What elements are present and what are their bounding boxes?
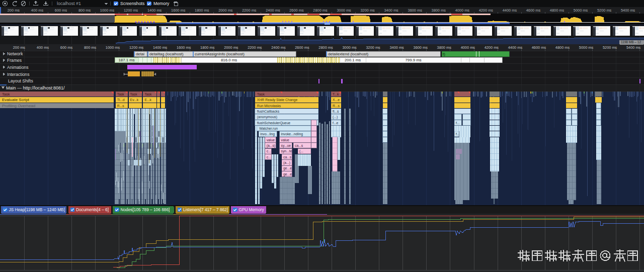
svg-text:2200 ms: 2200 ms [242, 8, 257, 13]
svg-text:Task: Task [257, 92, 265, 97]
svg-text:Run Microtasks: Run Microtasks [257, 104, 281, 108]
svg-text:2600 ms: 2600 ms [295, 45, 309, 50]
svg-text:Task: Task [2, 92, 10, 97]
svg-text:value: value [281, 138, 289, 142]
svg-text:2000 ms: 2000 ms [224, 45, 238, 50]
svg-text:flushSchedulerQueue: flushSchedulerQueue [257, 121, 290, 125]
svg-text:Memory: Memory [153, 1, 170, 6]
svg-text:Task: Task [144, 93, 152, 96]
svg-text:R...s: R...s [333, 104, 340, 108]
svg-text:4800 ms: 4800 ms [555, 45, 570, 50]
svg-text:1200 ms: 1200 ms [129, 45, 144, 50]
svg-text:400 ms: 400 ms [37, 45, 49, 50]
svg-text:Ev...k: Ev...k [130, 98, 139, 102]
svg-text:816.0 ms: 816.0 ms [221, 58, 237, 62]
svg-text:f...: f... [456, 121, 460, 125]
svg-text:ge...e: ge...e [283, 166, 292, 170]
svg-text:1800 ms: 1800 ms [195, 8, 209, 13]
svg-text:detailextend (localhost): detailextend (localhost) [328, 52, 369, 56]
svg-text:(a...): (a...) [283, 161, 290, 165]
svg-text:c...: c... [267, 155, 271, 159]
svg-text:3600 ms: 3600 ms [414, 45, 428, 50]
svg-text:5000 ms: 5000 ms [579, 45, 594, 50]
svg-text:3200 ms: 3200 ms [360, 8, 375, 13]
svg-text:flushCallbacks: flushCallbacks [257, 110, 280, 113]
svg-text:1800 ms: 1800 ms [200, 45, 215, 50]
svg-text:X...e: X...e [333, 98, 340, 102]
svg-text:3000 ms: 3000 ms [342, 45, 357, 50]
svg-text:1600 ms: 1600 ms [177, 45, 191, 50]
svg-text:Evaluate Script: Evaluate Script [2, 98, 30, 102]
svg-text:4800 ms: 4800 ms [550, 8, 565, 13]
svg-text:(anonymous): (anonymous) [257, 115, 277, 119]
svg-text:4200 ms: 4200 ms [479, 8, 494, 13]
svg-text:1400 ms: 1400 ms [153, 45, 168, 50]
svg-text:Animations: Animations [7, 65, 29, 70]
svg-text:t): t) [443, 52, 445, 56]
svg-text:value: value [267, 138, 275, 142]
svg-text:Watcher.run: Watcher.run [259, 127, 278, 130]
svg-text:Main — http://localhost:8081/: Main — http://localhost:8081/ [6, 85, 65, 90]
svg-text:detailtag (localhost): detailtag (localhost) [149, 52, 184, 56]
svg-text:3800 ms: 3800 ms [432, 8, 446, 13]
svg-text:5200 ms: 5200 ms [603, 45, 617, 50]
svg-text:800 ms: 800 ms [84, 45, 97, 50]
svg-text:currentAssignInfo (localhost): currentAssignInfo (localhost) [195, 52, 245, 56]
svg-text:Profiling Overhead: Profiling Overhead [2, 104, 35, 108]
svg-text:5400 ms: 5400 ms [626, 45, 641, 50]
svg-text:localhost #1: localhost #1 [57, 1, 81, 6]
svg-text:ge...e: ge...e [283, 172, 292, 176]
svg-text:4000 ms: 4000 ms [455, 8, 470, 13]
svg-text:JS Heap[1198 MB – 1240 MB]: JS Heap[1198 MB – 1240 MB] [9, 207, 65, 212]
svg-text:5000 ms: 5000 ms [574, 8, 588, 13]
svg-text:syn...te: syn...te [281, 149, 292, 153]
svg-text:Documents[4 – 6]: Documents[4 – 6] [76, 207, 109, 212]
svg-text:1200 ms: 1200 ms [124, 8, 138, 13]
svg-text:1198 MB – 12: 1198 MB – 12 [621, 40, 641, 44]
svg-text:Screenshots: Screenshots [120, 1, 145, 6]
svg-text:2800 ms: 2800 ms [313, 8, 328, 13]
svg-text:3000 ms: 3000 ms [337, 8, 351, 13]
svg-text:2600 ms: 2600 ms [289, 8, 304, 13]
svg-text:800 ms: 800 ms [78, 8, 91, 13]
svg-text:ca...s: ca...s [295, 144, 303, 147]
svg-text:200.1 ms: 200.1 ms [345, 58, 361, 62]
svg-text:1600 ms: 1600 ms [171, 8, 186, 13]
svg-text:invoke...ndling: invoke...ndling [281, 132, 303, 136]
svg-text:3200 ms: 3200 ms [366, 45, 380, 50]
svg-text:f...: f... [456, 132, 460, 136]
svg-text:4400 ms: 4400 ms [503, 8, 517, 13]
svg-text:4600 ms: 4600 ms [532, 45, 546, 50]
svg-text:Ti...d: Ti...d [117, 98, 125, 102]
svg-text:2400 ms: 2400 ms [266, 8, 280, 13]
svg-text:Task: Task [117, 93, 125, 96]
svg-text:400 ms: 400 ms [31, 8, 44, 13]
svg-text:Listeners[7 417 – 7 862]: Listeners[7 417 – 7 862] [183, 207, 228, 212]
svg-text:5400 ms: 5400 ms [621, 8, 635, 13]
svg-text:fl...s: fl...s [333, 110, 339, 113]
svg-text:3400 ms: 3400 ms [389, 45, 404, 50]
svg-text:799.9 ms: 799.9 ms [405, 58, 421, 62]
svg-text:4200 ms: 4200 ms [485, 45, 499, 50]
svg-text:2800 ms: 2800 ms [318, 45, 333, 50]
svg-text:2200 ms: 2200 ms [248, 45, 262, 50]
svg-text:4000 ms: 4000 ms [461, 45, 475, 50]
svg-text:600 ms: 600 ms [60, 45, 73, 50]
svg-text:c...: c... [267, 149, 271, 153]
svg-text:(...: (... [299, 149, 303, 153]
svg-text:200 ms: 200 ms [13, 45, 26, 50]
svg-text:XHR Ready State Change: XHR Ready State Change [257, 98, 298, 102]
svg-text:R...s: R...s [117, 104, 125, 108]
svg-text:4400 ms: 4400 ms [508, 45, 523, 50]
svg-text:Task: Task [130, 93, 138, 96]
svg-text:Network: Network [7, 51, 23, 56]
svg-text:2400 ms: 2400 ms [271, 45, 286, 50]
svg-text:E...k: E...k [144, 98, 151, 102]
svg-text:(...): (...) [333, 115, 338, 119]
svg-text:3400 ms: 3400 ms [384, 8, 398, 13]
svg-text:Nodes[105 789 – 106 886]: Nodes[105 789 – 106 886] [121, 207, 170, 212]
svg-text:Layout Shifts: Layout Shifts [8, 78, 33, 83]
svg-text:f...e: f...e [333, 121, 339, 125]
svg-text:200 ms: 200 ms [8, 8, 20, 13]
svg-text:2000 ms: 2000 ms [218, 8, 233, 13]
